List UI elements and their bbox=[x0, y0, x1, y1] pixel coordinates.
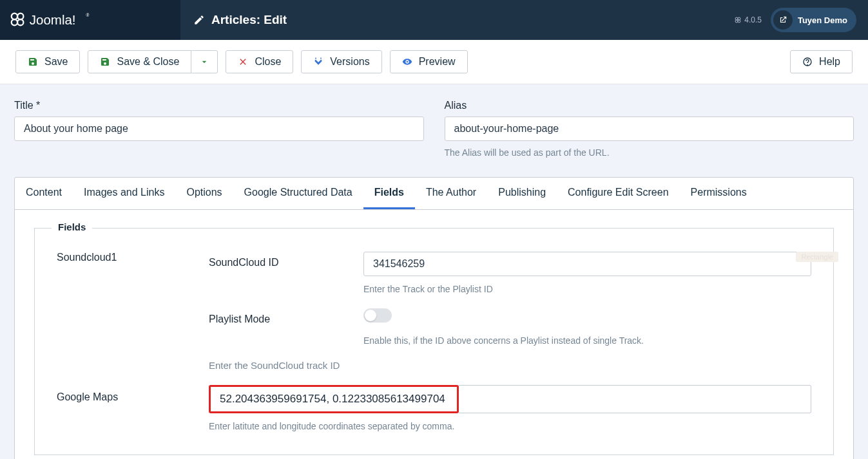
toggle-playlist-mode[interactable] bbox=[363, 308, 392, 323]
svg-text:Joomla!: Joomla! bbox=[30, 12, 76, 27]
pencil-icon bbox=[193, 14, 205, 26]
input-google-maps[interactable] bbox=[209, 385, 459, 413]
page-title-text: Articles: Edit bbox=[211, 13, 287, 27]
fieldset-legend: Fields bbox=[52, 221, 92, 232]
tab-options[interactable]: Options bbox=[175, 178, 233, 209]
tab-images-links[interactable]: Images and Links bbox=[73, 178, 175, 209]
brand-logo[interactable]: Joomla! ® bbox=[0, 0, 180, 40]
preview-label: Preview bbox=[419, 56, 456, 68]
help-playlist-mode: Enable this, if the ID above concerns a … bbox=[363, 335, 811, 346]
save-close-button[interactable]: Save & Close bbox=[88, 50, 191, 73]
help-soundcloud-id: Enter the Track or the Playlist ID bbox=[363, 284, 811, 294]
svg-point-9 bbox=[738, 20, 740, 23]
group-google-maps: Google Maps bbox=[57, 385, 209, 431]
user-menu[interactable]: Tuyen Demo bbox=[771, 8, 856, 32]
tab-gsd[interactable]: Google Structured Data bbox=[233, 178, 363, 209]
title-input[interactable] bbox=[14, 117, 424, 141]
close-label: Close bbox=[255, 56, 281, 68]
fields-body: Fields Rectangle Soundcloud1 SoundCloud … bbox=[15, 210, 853, 459]
content-area: Title * Alias The Alias will be used as … bbox=[0, 84, 868, 459]
row-sc-subhelp: Enter the SoundCloud track ID bbox=[57, 360, 811, 371]
tab-permissions[interactable]: Permissions bbox=[680, 178, 758, 209]
save-label: Save bbox=[44, 56, 68, 68]
tab-author[interactable]: The Author bbox=[415, 178, 487, 209]
close-icon bbox=[238, 57, 248, 67]
version-indicator[interactable]: 4.0.5 bbox=[734, 15, 762, 24]
svg-point-1 bbox=[17, 14, 23, 19]
save-close-label: Save & Close bbox=[117, 56, 179, 68]
joomla-logo-icon: Joomla! ® bbox=[9, 11, 99, 29]
action-toolbar: Save Save & Close Close Versions Preview… bbox=[0, 40, 868, 84]
tabs: Content Images and Links Options Google … bbox=[15, 178, 853, 210]
versions-button[interactable]: Versions bbox=[301, 50, 381, 73]
svg-point-6 bbox=[735, 17, 738, 20]
help-label: Help bbox=[819, 56, 840, 68]
svg-point-7 bbox=[738, 17, 740, 20]
tab-publishing[interactable]: Publishing bbox=[487, 178, 557, 209]
row-soundcloud-id: Soundcloud1 SoundCloud ID Enter the Trac… bbox=[57, 252, 811, 294]
svg-text:®: ® bbox=[86, 13, 89, 17]
label-playlist-mode: Playlist Mode bbox=[209, 308, 363, 346]
fields-fieldset: Fields Rectangle Soundcloud1 SoundCloud … bbox=[34, 228, 834, 455]
user-name: Tuyen Demo bbox=[798, 15, 847, 25]
alias-help: The Alias will be used as part of the UR… bbox=[445, 147, 854, 158]
versions-icon bbox=[313, 57, 323, 67]
title-alias-row: Title * Alias The Alias will be used as … bbox=[14, 100, 854, 158]
save-close-group: Save & Close bbox=[88, 50, 218, 73]
eye-icon bbox=[402, 57, 412, 67]
alias-column: Alias The Alias will be used as part of … bbox=[445, 100, 854, 158]
close-button[interactable]: Close bbox=[226, 50, 293, 73]
top-bar: Joomla! ® Articles: Edit 4.0.5 Tuyen Dem… bbox=[0, 0, 868, 40]
row-playlist-mode: Playlist Mode Enable this, if the ID abo… bbox=[57, 308, 811, 346]
help-google-maps: Enter latitute and longitude coordinates… bbox=[209, 421, 811, 431]
external-link-icon bbox=[773, 10, 793, 30]
svg-point-3 bbox=[17, 19, 23, 25]
versions-label: Versions bbox=[330, 56, 369, 68]
tab-fields[interactable]: Fields bbox=[363, 178, 415, 209]
help-icon bbox=[802, 57, 813, 67]
alias-label: Alias bbox=[445, 100, 854, 111]
preview-button[interactable]: Preview bbox=[390, 50, 468, 73]
tab-configure[interactable]: Configure Edit Screen bbox=[557, 178, 680, 209]
chevron-down-icon bbox=[199, 57, 209, 67]
title-column: Title * bbox=[14, 100, 424, 158]
alias-input[interactable] bbox=[445, 117, 854, 141]
save-icon bbox=[100, 57, 110, 67]
save-options-dropdown[interactable] bbox=[191, 50, 218, 73]
svg-point-2 bbox=[12, 19, 17, 25]
save-button[interactable]: Save bbox=[15, 50, 80, 73]
group-soundcloud: Soundcloud1 bbox=[57, 252, 209, 294]
label-soundcloud-id: SoundCloud ID bbox=[209, 252, 363, 294]
page-title: Articles: Edit bbox=[180, 13, 287, 27]
subhelp-soundcloud: Enter the SoundCloud track ID bbox=[209, 360, 811, 371]
version-text: 4.0.5 bbox=[744, 15, 762, 24]
tab-content[interactable]: Content bbox=[15, 178, 73, 209]
rectangle-badge: Rectangle bbox=[796, 252, 838, 262]
joomla-mini-icon bbox=[734, 16, 742, 24]
svg-point-0 bbox=[12, 14, 17, 19]
input-google-maps-ext[interactable] bbox=[459, 385, 811, 413]
svg-point-8 bbox=[735, 20, 738, 23]
save-icon bbox=[28, 57, 38, 67]
input-soundcloud-id[interactable] bbox=[363, 252, 811, 276]
help-button[interactable]: Help bbox=[790, 50, 853, 73]
topbar-right: 4.0.5 Tuyen Demo bbox=[734, 8, 868, 32]
title-label: Title * bbox=[14, 100, 424, 111]
tab-panel: Content Images and Links Options Google … bbox=[14, 177, 854, 459]
row-google-maps: Google Maps Enter latitute and longitude… bbox=[57, 385, 811, 431]
